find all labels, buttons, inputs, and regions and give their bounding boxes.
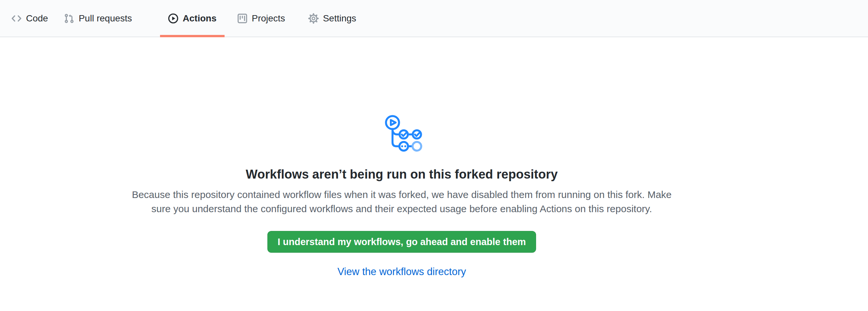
tab-projects[interactable]: Projects	[229, 0, 293, 37]
button-row: I understand my workflows, go ahead and …	[0, 216, 803, 253]
page-title: Workflows aren’t being run on this forke…	[0, 166, 803, 183]
blankslate-description: Because this repository contained workfl…	[130, 187, 673, 216]
repo-tab-bar: Code Pull requests Actions	[0, 0, 868, 37]
workflow-icon	[381, 111, 423, 153]
tab-label: Actions	[183, 0, 217, 37]
tab-label: Pull requests	[79, 0, 132, 37]
blankslate: Workflows aren’t being run on this forke…	[0, 37, 803, 278]
tab-label: Code	[26, 0, 48, 37]
tab-label: Settings	[323, 0, 356, 37]
link-row: View the workflows directory	[0, 266, 803, 278]
view-workflows-link[interactable]: View the workflows directory	[338, 266, 466, 277]
tab-pull-requests[interactable]: Pull requests	[56, 0, 140, 37]
project-icon	[237, 13, 248, 24]
tab-code[interactable]: Code	[3, 0, 56, 37]
actions-page: Code Pull requests Actions	[0, 0, 868, 311]
git-pull-request-icon	[64, 13, 74, 24]
tab-settings[interactable]: Settings	[300, 0, 364, 37]
tab-actions[interactable]: Actions	[160, 0, 224, 37]
gear-icon	[308, 13, 319, 24]
enable-workflows-button[interactable]: I understand my workflows, go ahead and …	[268, 231, 536, 253]
play-icon	[168, 13, 179, 24]
tab-label: Projects	[252, 0, 285, 37]
code-icon	[11, 13, 22, 24]
